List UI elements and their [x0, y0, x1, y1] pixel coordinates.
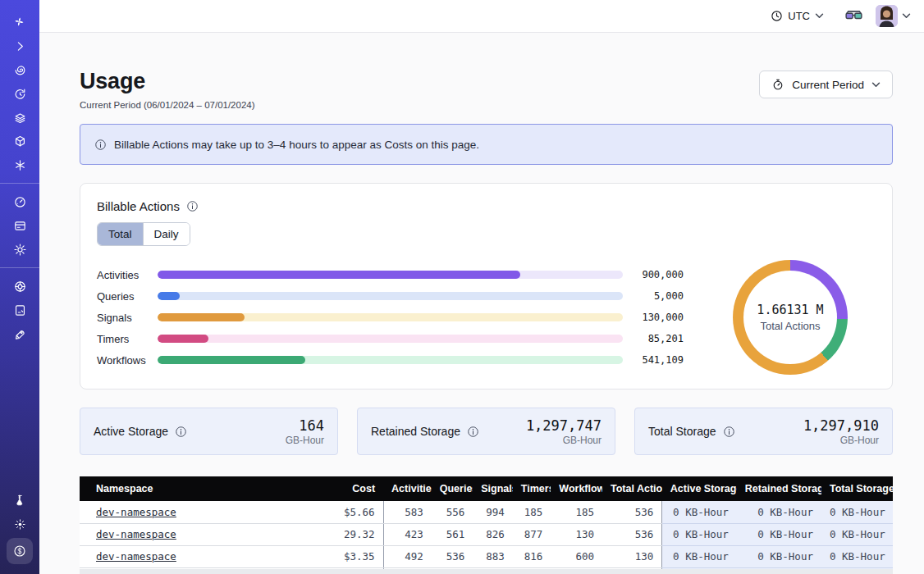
bar-track — [158, 313, 623, 321]
bar-label: Activities — [97, 269, 158, 281]
usage-page: Usage Current Period (06/01/2024 – 07/01… — [39, 33, 924, 574]
cell-queries: 536 — [432, 545, 473, 567]
storage-card-value: 1,297,910 — [803, 417, 879, 434]
cell-workflows: 185 — [551, 501, 602, 523]
flask-icon[interactable] — [8, 489, 31, 512]
gear-icon[interactable] — [8, 238, 31, 261]
temporal-logo-icon[interactable] — [8, 11, 31, 34]
lifebuoy-icon[interactable] — [8, 275, 31, 298]
cube-icon[interactable] — [8, 130, 31, 153]
bar-label: Signals — [97, 312, 158, 324]
col-total-actions: Total Actions — [602, 476, 662, 501]
bar-row-queries: Queries 5,000 — [97, 285, 684, 307]
namespace-usage-table: Namespace Cost Activities Queries Signal… — [80, 476, 893, 574]
bar-value: 85,201 — [623, 333, 684, 344]
cell-active-storage: 0 KB-Hour — [662, 545, 737, 567]
layers-icon[interactable] — [8, 106, 31, 129]
cell-retained-storage: 0 KB-Hour — [737, 501, 821, 523]
table-header-row: Namespace Cost Activities Queries Signal… — [80, 476, 893, 501]
info-icon[interactable] — [723, 426, 735, 438]
namespace-link[interactable]: dev-namespace — [96, 506, 176, 518]
info-icon[interactable] — [175, 426, 187, 438]
clock-icon — [771, 10, 783, 22]
storage-card-label: Active Storage — [94, 425, 168, 438]
bar-track — [158, 335, 623, 343]
usage-bars: Activities 900,000 Queries 5,000 Signals — [97, 264, 705, 371]
bar-fill — [158, 356, 305, 364]
bar-label: Workflows — [97, 354, 158, 367]
glasses-icon[interactable] — [845, 10, 862, 22]
timer-icon[interactable] — [8, 82, 31, 105]
rocket-icon[interactable] — [8, 322, 31, 345]
cell-signals: 883 — [473, 545, 513, 567]
sidebar-divider — [0, 183, 39, 184]
table-row: dev-namespace $3.35 492 536 883 816 600 … — [80, 545, 893, 567]
timezone-selector[interactable]: UTC — [766, 7, 829, 25]
app-window: UTC — [0, 0, 924, 574]
storage-card-value: 1,297,747 — [526, 417, 602, 434]
chevron-down-icon — [815, 13, 824, 19]
gauge-icon[interactable] — [8, 190, 31, 213]
total-actions-donut: 1.66131 M Total Actions — [733, 260, 848, 375]
bar-value: 5,000 — [623, 290, 684, 302]
tab-total[interactable]: Total — [98, 223, 143, 245]
table-row: dev-namespace $5.66 583 556 994 185 185 … — [80, 501, 893, 523]
cell-timers: 816 — [513, 545, 551, 567]
sidebar-divider — [0, 267, 39, 268]
horizontal-scrollbar[interactable] — [80, 569, 893, 574]
page-subtitle: Current Period (06/01/2024 – 07/01/2024) — [80, 100, 255, 110]
sun-icon[interactable] — [8, 512, 31, 535]
avatar[interactable] — [876, 5, 898, 27]
cell-active-storage: 0 KB-Hour — [662, 523, 737, 545]
cell-retained-storage: 0 KB-Hour — [737, 523, 821, 545]
cell-timers: 185 — [513, 501, 551, 523]
donut-center: 1.66131 M Total Actions — [743, 271, 837, 364]
swirl-icon[interactable] — [8, 58, 31, 81]
content-column: UTC — [39, 0, 924, 574]
cell-cost: $5.66 — [328, 501, 383, 523]
storage-card-value: 164 — [286, 417, 324, 434]
storage-card-label: Total Storage — [648, 425, 716, 438]
col-cost: Cost — [328, 476, 383, 501]
cell-queries: 561 — [432, 523, 473, 545]
period-dropdown-button[interactable]: Current Period — [759, 71, 893, 98]
bar-track — [158, 292, 623, 300]
bar-value: 130,000 — [623, 312, 684, 323]
info-icon — [94, 139, 107, 151]
timezone-label: UTC — [788, 10, 810, 22]
donut-chart-wrap: 1.66131 M Total Actions — [705, 260, 876, 375]
tab-daily[interactable]: Daily — [143, 223, 190, 245]
cell-queries: 556 — [432, 501, 473, 523]
user-menu[interactable] — [876, 5, 911, 27]
cell-active-storage: 0 KB-Hour — [662, 501, 737, 523]
namespace-link[interactable]: dev-namespace — [96, 550, 176, 563]
cell-workflows: 130 — [551, 523, 602, 545]
chevron-down-icon — [902, 13, 911, 19]
bar-fill — [158, 271, 520, 279]
total-storage-card: Total Storage 1,297,910 GB-Hour — [634, 408, 893, 455]
cell-total-actions: 130 — [602, 545, 662, 567]
namespace-link[interactable]: dev-namespace — [96, 528, 176, 540]
billing-dollar-button[interactable] — [7, 538, 33, 564]
info-icon[interactable] — [467, 426, 479, 438]
info-banner: Billable Actions may take up to 3–4 hour… — [80, 124, 893, 165]
billable-chart-area: Activities 900,000 Queries 5,000 Signals — [97, 260, 876, 375]
bar-value: 900,000 — [623, 269, 684, 280]
browser-window-icon[interactable] — [8, 214, 31, 237]
donut-total-value: 1.66131 M — [757, 303, 823, 317]
cell-workflows: 600 — [551, 545, 602, 567]
expand-chevron-right-icon[interactable] — [8, 34, 31, 57]
stopwatch-icon — [771, 78, 784, 91]
info-icon[interactable] — [186, 200, 199, 212]
bar-row-workflows: Workflows 541,109 — [97, 349, 684, 371]
cell-cost: 29.32 — [328, 523, 383, 545]
bar-label: Timers — [97, 333, 158, 345]
cell-activities: 423 — [383, 523, 432, 545]
namespace-usage-table-wrap: Namespace Cost Activities Queries Signal… — [80, 476, 893, 574]
storage-card-label: Retained Storage — [371, 425, 460, 438]
bar-value: 541,109 — [623, 354, 684, 366]
book-icon[interactable] — [8, 298, 31, 321]
sidebar-nav — [0, 0, 39, 574]
cell-timers: 877 — [513, 523, 551, 545]
asterisk-icon[interactable] — [8, 153, 31, 176]
